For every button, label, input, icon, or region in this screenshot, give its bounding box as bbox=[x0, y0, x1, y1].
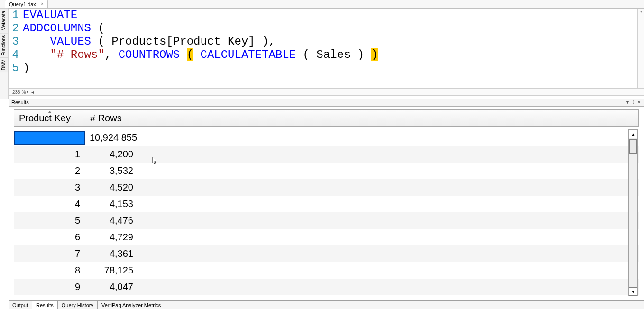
cell-rows[interactable]: 10,924,855 bbox=[85, 132, 138, 144]
cell-product-key[interactable]: 6 bbox=[14, 232, 85, 243]
table-row[interactable]: 94,047 bbox=[14, 279, 639, 295]
table-row[interactable]: 64,729 bbox=[14, 229, 639, 245]
tab-vertipaq[interactable]: VertiPaq Analyzer Metrics bbox=[98, 301, 165, 309]
kw-values: VALUES bbox=[50, 35, 91, 48]
table-row[interactable]: 34,520 bbox=[14, 179, 639, 196]
hscroll-left-icon[interactable]: ◂ bbox=[31, 90, 34, 95]
grid-body[interactable]: 10,924,85514,20023,53234,52044,15354,476… bbox=[14, 129, 639, 298]
cell-product-key[interactable]: 3 bbox=[14, 182, 85, 193]
tab-output[interactable]: Output bbox=[9, 301, 32, 309]
cell-rows[interactable]: 78,125 bbox=[85, 265, 138, 276]
grid-vertical-scrollbar[interactable]: ▲ ▼ bbox=[628, 129, 638, 296]
rail-dmv[interactable]: DMV bbox=[0, 57, 8, 72]
tab-results[interactable]: Results bbox=[32, 301, 58, 309]
cell-product-key[interactable] bbox=[14, 131, 85, 145]
left-tool-rail: Metadata Functions DMV bbox=[0, 9, 9, 99]
kw-addcolumns: ADDCOLUMNS bbox=[23, 22, 91, 35]
line-number: 2 bbox=[9, 22, 23, 35]
line-number: 4 bbox=[9, 48, 23, 62]
cell-product-key[interactable]: 8 bbox=[14, 265, 85, 276]
kw-calculatetable: CALCULATETABLE bbox=[200, 48, 296, 61]
table-row[interactable]: 74,361 bbox=[14, 245, 639, 262]
line-number: 1 bbox=[9, 9, 23, 22]
zoom-dropdown-icon[interactable]: ▾ bbox=[27, 90, 28, 94]
cell-product-key[interactable]: 1 bbox=[14, 149, 85, 160]
bottom-tab-strip: Output Results Query History VertiPaq An… bbox=[9, 300, 644, 309]
editor-vertical-scrollbar[interactable]: ▾ bbox=[637, 9, 644, 89]
cell-rows[interactable]: 4,047 bbox=[85, 282, 138, 293]
grid-header-row: Product Key # Rows bbox=[14, 109, 639, 127]
results-pane-title: Results bbox=[11, 100, 29, 105]
column-header-rows[interactable]: # Rows bbox=[85, 110, 138, 126]
pane-pin-icon[interactable]: ⇩ bbox=[632, 100, 635, 105]
cell-rows[interactable]: 4,361 bbox=[85, 248, 138, 260]
cell-rows[interactable]: 4,200 bbox=[85, 149, 138, 160]
rail-metadata[interactable]: Metadata bbox=[0, 9, 8, 33]
cell-rows[interactable]: 4,729 bbox=[85, 232, 138, 243]
cell-product-key[interactable]: 7 bbox=[14, 248, 85, 260]
kw-evaluate: EVALUATE bbox=[23, 9, 77, 21]
cell-product-key[interactable]: 2 bbox=[14, 165, 85, 177]
line-number: 5 bbox=[9, 62, 23, 75]
rail-functions[interactable]: Functions bbox=[0, 33, 8, 57]
dax-editor[interactable]: 1 EVALUATE 2 ADDCOLUMNS ( 3 VALUES ( Pro… bbox=[9, 9, 644, 88]
table-row[interactable]: 23,532 bbox=[14, 163, 639, 179]
cell-product-key[interactable]: 5 bbox=[14, 215, 85, 227]
cell-product-key[interactable]: 4 bbox=[14, 199, 85, 210]
column-header-product-key[interactable]: Product Key bbox=[14, 110, 85, 126]
results-pane-header: Results ▼ ⇩ ✕ bbox=[9, 99, 644, 106]
editor-status-bar: 238 % ▾ ◂ bbox=[9, 88, 644, 96]
kw-countrows: COUNTROWS bbox=[119, 48, 180, 61]
table-row[interactable]: 44,153 bbox=[14, 196, 639, 212]
bracket-highlight-close: ) bbox=[371, 48, 378, 61]
pane-dropdown-icon[interactable]: ▼ bbox=[626, 100, 630, 105]
scroll-down-icon[interactable]: ▼ bbox=[629, 287, 637, 296]
results-grid-container: Product Key # Rows 10,924,85514,20023,53… bbox=[9, 106, 644, 300]
cell-product-key[interactable]: 9 bbox=[14, 282, 85, 293]
cell-rows[interactable]: 4,153 bbox=[85, 199, 138, 210]
table-row[interactable]: 54,476 bbox=[14, 212, 639, 229]
tab-title: Query1.dax* bbox=[9, 1, 38, 7]
cell-rows[interactable]: 4,476 bbox=[85, 215, 138, 227]
document-tab-strip: Query1.dax* × bbox=[0, 0, 644, 9]
table-row[interactable]: 10,924,855 bbox=[14, 129, 639, 146]
line-number: 3 bbox=[9, 35, 23, 48]
document-tab-query1[interactable]: Query1.dax* × bbox=[5, 0, 48, 8]
scroll-up-icon[interactable]: ▲ bbox=[629, 130, 637, 138]
tab-query-history[interactable]: Query History bbox=[58, 301, 98, 309]
column-header-empty bbox=[138, 110, 638, 126]
zoom-level[interactable]: 238 % bbox=[12, 90, 26, 95]
close-icon[interactable]: × bbox=[41, 2, 44, 7]
bracket-highlight-open: ( bbox=[187, 48, 193, 61]
table-row[interactable]: 14,200 bbox=[14, 146, 639, 163]
cell-rows[interactable]: 3,532 bbox=[85, 165, 138, 177]
cell-rows[interactable]: 4,520 bbox=[85, 182, 138, 193]
table-row[interactable]: 878,125 bbox=[14, 262, 639, 279]
scroll-thumb[interactable] bbox=[629, 139, 637, 154]
pane-close-icon[interactable]: ✕ bbox=[637, 100, 641, 105]
string-literal: "# Rows" bbox=[50, 48, 105, 61]
scroll-marker: ▾ bbox=[638, 9, 644, 14]
